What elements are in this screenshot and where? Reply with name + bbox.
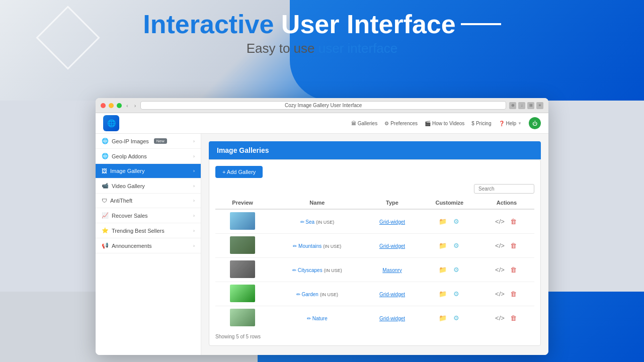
gallery-type-link[interactable]: Grid-widget — [379, 243, 405, 249]
nav-galleries[interactable]: 🏛 Galleries — [351, 121, 377, 126]
traffic-light-yellow[interactable] — [109, 103, 114, 108]
galleries-icon: 🏛 — [351, 121, 356, 126]
cell-customize: 📁 ⚙ — [420, 234, 479, 258]
power-button[interactable]: ⏻ — [529, 117, 541, 129]
cell-preview — [215, 258, 270, 282]
folder-icon[interactable]: 📁 — [438, 313, 448, 323]
cell-name: ✏ Nature — [270, 306, 364, 330]
trash-icon[interactable]: 🗑 — [509, 265, 519, 275]
image-gallery-icon: 🖼 — [102, 168, 107, 174]
gear-icon[interactable]: ⚙ — [451, 265, 461, 275]
gallery-type-link[interactable]: Masonry — [382, 267, 401, 273]
cell-type: Masonry — [364, 258, 420, 282]
traffic-light-green[interactable] — [117, 103, 122, 108]
folder-icon[interactable]: 📁 — [438, 217, 448, 227]
gallery-thumbnail — [230, 212, 255, 230]
gear-icon[interactable]: ⚙ — [451, 289, 461, 299]
search-bar-wrap — [215, 184, 534, 194]
nav-how-to-videos[interactable]: 🎬 How to Videos — [425, 121, 464, 126]
antitheft-icon: 🛡 — [102, 198, 107, 204]
cell-name: ✏ Sea (IN USE) — [270, 209, 364, 234]
page-title: Image Galleries — [209, 141, 541, 159]
sidebar-item-trending-best-sellers[interactable]: ⭐ Trending Best Sellers › — [96, 223, 201, 238]
chrome-icon-3[interactable]: ⊞ — [527, 102, 534, 109]
code-icon[interactable]: </> — [495, 289, 505, 299]
cell-type: Grid-widget — [364, 234, 420, 258]
trending-icon: ⭐ — [102, 227, 109, 234]
nav-preferences[interactable]: ⚙ Preferences — [384, 121, 418, 126]
table-row: ✏ Sea (IN USE) Grid-widget 📁 ⚙ </> 🗑 — [215, 209, 534, 234]
chevron-right-icon: › — [193, 184, 195, 189]
gallery-type-link[interactable]: Grid-widget — [379, 219, 405, 225]
sidebar-item-antitheft[interactable]: 🛡 AntiTheft › — [96, 194, 201, 208]
traffic-light-red[interactable] — [101, 103, 106, 108]
in-use-badge: (IN USE) — [323, 244, 341, 249]
chrome-icons: ⊕ ↓ ⊞ ≡ — [509, 102, 543, 109]
chevron-right-icon: › — [193, 139, 195, 144]
trash-icon[interactable]: 🗑 — [509, 241, 519, 251]
cell-name: ✏ Garden (IN USE) — [270, 282, 364, 306]
gallery-table: Preview Name Type Customize Actions ✏ Se… — [215, 197, 534, 330]
nav-help[interactable]: ❓ Help ▼ — [499, 121, 522, 126]
folder-icon[interactable]: 📁 — [438, 265, 448, 275]
pricing-icon: $ — [471, 121, 474, 126]
code-icon[interactable]: </> — [495, 265, 505, 275]
chevron-right-icon: › — [193, 154, 195, 159]
sidebar-item-announcements[interactable]: 📢 Announcements › — [96, 238, 201, 253]
chrome-icon-4[interactable]: ≡ — [536, 102, 543, 109]
sidebar-item-geoip-addons[interactable]: 🌐 GeoIp Addons › — [96, 149, 201, 164]
gallery-name-link[interactable]: ✏ Sea — [300, 219, 315, 225]
sidebar-item-video-gallery[interactable]: 📹 Video Gallery › — [96, 178, 201, 194]
cell-customize: 📁 ⚙ — [420, 209, 479, 234]
chevron-right-icon: › — [193, 168, 195, 173]
folder-icon[interactable]: 📁 — [438, 289, 448, 299]
nav-back-button[interactable]: ‹ — [125, 102, 130, 109]
app-logo: 🌐 — [103, 115, 119, 131]
nav-forward-button[interactable]: › — [133, 102, 138, 109]
gear-icon[interactable]: ⚙ — [451, 217, 461, 227]
cell-customize: 📁 ⚙ — [420, 282, 479, 306]
code-icon[interactable]: </> — [495, 313, 505, 323]
in-use-badge: (IN USE) — [316, 220, 334, 225]
cell-customize: 📁 ⚙ — [420, 306, 479, 330]
add-gallery-button[interactable]: + Add Gallery — [215, 166, 263, 178]
sidebar-item-geo-ip-images[interactable]: 🌐 Geo-IP Images New › — [96, 134, 201, 149]
gallery-name-link[interactable]: ✏ Nature — [307, 316, 328, 321]
gallery-name-link[interactable]: ✏ Garden — [296, 292, 318, 297]
trash-icon[interactable]: 🗑 — [509, 313, 519, 323]
sidebar-item-image-gallery[interactable]: 🖼 Image Gallery › — [96, 164, 201, 178]
search-input[interactable] — [474, 184, 534, 194]
address-bar[interactable]: Cozy Image Gallery User Interface — [140, 101, 506, 110]
chrome-icon-2[interactable]: ↓ — [518, 102, 525, 109]
hero-subtitle-dark: Easy to use — [247, 41, 318, 56]
trash-icon[interactable]: 🗑 — [509, 217, 519, 227]
table-row: ✏ Nature Grid-widget 📁 ⚙ </> 🗑 — [215, 306, 534, 330]
app-header: 🌐 🏛 Galleries ⚙ Preferences 🎬 How to Vid… — [96, 113, 548, 134]
app-nav: 🏛 Galleries ⚙ Preferences 🎬 How to Video… — [351, 117, 541, 129]
cell-name: ✏ Cityscapes (IN USE) — [270, 258, 364, 282]
folder-icon[interactable]: 📁 — [438, 241, 448, 251]
hero-underline — [461, 23, 501, 25]
sidebar: 🌐 Geo-IP Images New › 🌐 GeoIp Addons › 🖼… — [96, 134, 201, 355]
chrome-icon-1[interactable]: ⊕ — [509, 102, 516, 109]
gallery-name-link[interactable]: ✏ Cityscapes — [292, 267, 323, 273]
cell-preview — [215, 234, 270, 258]
chevron-right-icon: › — [193, 243, 195, 248]
nav-pricing[interactable]: $ Pricing — [471, 121, 491, 126]
code-icon[interactable]: </> — [495, 217, 505, 227]
content-card: + Add Gallery Preview Name Type Customiz… — [209, 159, 541, 346]
gallery-type-link[interactable]: Grid-widget — [379, 316, 405, 321]
gallery-type-link[interactable]: Grid-widget — [379, 292, 405, 297]
gear-icon[interactable]: ⚙ — [451, 241, 461, 251]
cell-actions: </> 🗑 — [479, 282, 534, 306]
code-icon[interactable]: </> — [495, 241, 505, 251]
sidebar-item-recover-sales[interactable]: 📈 Recover Sales › — [96, 208, 201, 223]
announcements-icon: 📢 — [102, 242, 109, 249]
gallery-name-link[interactable]: ✏ Mountains — [293, 243, 321, 249]
trash-icon[interactable]: 🗑 — [509, 289, 519, 299]
main-content: Image Galleries + Add Gallery Preview Na… — [201, 134, 548, 355]
gallery-thumbnail — [230, 285, 255, 302]
cell-preview — [215, 209, 270, 234]
in-use-badge: (IN USE) — [320, 292, 338, 297]
gear-icon[interactable]: ⚙ — [451, 313, 461, 323]
